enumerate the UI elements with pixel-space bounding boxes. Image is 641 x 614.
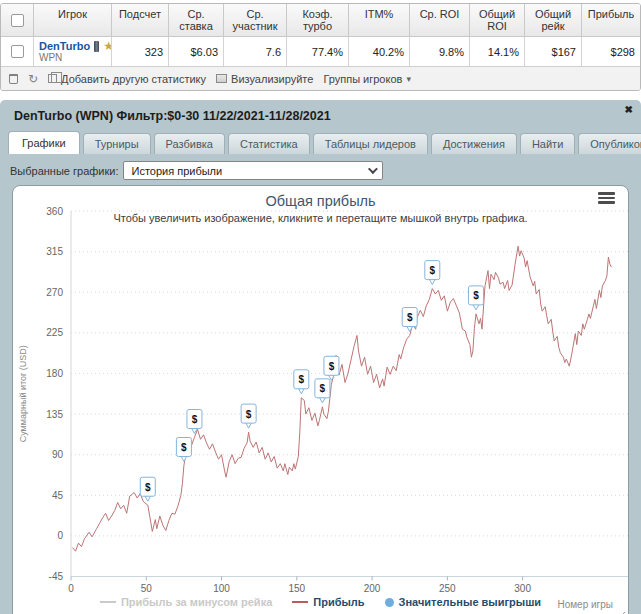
svg-text:315: 315 [46, 246, 63, 257]
col-player: Игрок [33, 4, 111, 37]
stats-table-header: Игрок Подсчет Ср. ставка Ср. участник Ко… [1, 4, 640, 37]
select-all-checkbox[interactable] [11, 14, 24, 27]
svg-text:360: 360 [46, 206, 63, 217]
x-axis-title: Номер игры [557, 599, 613, 610]
player-stats-table: Игрок Подсчет Ср. ставка Ср. участник Ко… [0, 3, 641, 91]
svg-text:45: 45 [52, 490, 64, 501]
graph-select-row: Выбранные графики: История прибыли [0, 154, 641, 184]
copy-icon [48, 74, 57, 83]
svg-text:250: 250 [439, 583, 456, 594]
value-avg-entrants: 7.6 [223, 37, 286, 66]
col-total-roi: Общий ROI [469, 4, 524, 37]
legend-item-profit[interactable]: Прибыль [292, 596, 364, 608]
value-total-rake: $167 [524, 37, 581, 66]
col-count: Подсчет [111, 4, 168, 37]
player-groups-label: Группы игроков [323, 73, 402, 85]
value-profit: $298 [581, 37, 640, 66]
table-row: DenTurbo ★ WPN 323 $6.03 7.6 77.4% 40.2%… [1, 37, 640, 66]
svg-text:50: 50 [141, 583, 153, 594]
resize-grip[interactable] [615, 610, 626, 614]
chevron-down-icon: ▾ [406, 74, 411, 84]
add-statistic-label: Добавить другую статистику [61, 73, 206, 85]
svg-text:$: $ [430, 265, 436, 276]
player-name-link[interactable]: DenTurbo [39, 40, 90, 52]
tab-breakdown[interactable]: Разбивка [154, 133, 225, 154]
graph-ribbon-icon[interactable] [94, 41, 99, 52]
tab-statistics[interactable]: Статистика [228, 133, 310, 154]
tab-publish[interactable]: Опубликовать [578, 133, 641, 154]
value-count: 323 [111, 37, 168, 66]
col-profit: Прибыль [581, 4, 640, 37]
chevron-down-icon [368, 164, 378, 174]
player-cell: DenTurbo ★ WPN [33, 37, 111, 66]
svg-text:135: 135 [46, 409, 63, 420]
profit-chart: Общая прибыль Чтобы увеличить изображени… [12, 185, 629, 614]
col-itm: ITM% [348, 4, 409, 37]
svg-text:Суммарный итог (USD): Суммарный итог (USD) [18, 345, 28, 442]
line-swatch-icon [100, 601, 116, 603]
svg-text:$: $ [246, 409, 252, 420]
legend-item-significant-wins[interactable]: Значительные выигрыши [385, 596, 542, 608]
svg-text:$: $ [407, 312, 413, 323]
window-title: DenTurbo (WPN) Фильтр:$0-30 11/22/2021-1… [0, 100, 641, 128]
delete-button[interactable] [9, 74, 18, 84]
tab-achievements[interactable]: Достижения [431, 133, 517, 154]
value-turbo: 77.4% [286, 37, 348, 66]
svg-text:-45: -45 [49, 571, 64, 582]
add-statistic-button[interactable]: Добавить другую статистику [48, 73, 206, 85]
svg-text:$: $ [181, 442, 187, 453]
chart-legend: Прибыль за минусом рейка Прибыль Значите… [13, 596, 628, 608]
col-avg-stake: Ср. ставка [168, 4, 223, 37]
refresh-button[interactable]: ↻ [28, 74, 38, 84]
refresh-icon: ↻ [28, 74, 38, 84]
svg-text:225: 225 [46, 327, 63, 338]
line-swatch-icon [292, 601, 308, 603]
svg-text:270: 270 [46, 287, 63, 298]
svg-text:$: $ [320, 383, 326, 394]
image-icon [216, 74, 227, 83]
close-icon[interactable]: ✖ [625, 104, 633, 115]
player-groups-dropdown[interactable]: Группы игроков ▾ [323, 73, 411, 85]
svg-text:0: 0 [68, 583, 74, 594]
table-toolbar: ↻ Добавить другую статистику Визуализиру… [1, 66, 640, 90]
graph-select-value: История прибыли [131, 165, 222, 177]
svg-text:$: $ [145, 482, 151, 493]
tab-find[interactable]: Найти [520, 133, 575, 154]
svg-text:$: $ [192, 414, 198, 425]
svg-text:180: 180 [46, 368, 63, 379]
col-avg-entrants: Ср. участник [223, 4, 286, 37]
value-avg-stake: $6.03 [168, 37, 223, 66]
col-turbo: Коэф. турбо [286, 4, 348, 37]
svg-text:0: 0 [57, 530, 63, 541]
value-avg-roi: 9.8% [409, 37, 469, 66]
tab-leaderboards[interactable]: Таблицы лидеров [313, 133, 428, 154]
svg-text:100: 100 [213, 583, 230, 594]
value-total-roi: 14.1% [469, 37, 524, 66]
dot-swatch-icon [385, 598, 394, 607]
svg-text:$: $ [299, 374, 305, 385]
value-itm: 40.2% [348, 37, 409, 66]
svg-text:300: 300 [514, 583, 531, 594]
col-total-rake: Общий рейк [524, 4, 581, 37]
chart-plot-area[interactable]: -450459013518022527031536005010015020025… [13, 186, 628, 614]
tab-graphs[interactable]: Графики [8, 131, 80, 154]
player-detail-window: ✖ DenTurbo (WPN) Фильтр:$0-30 11/22/2021… [0, 100, 641, 614]
player-network: WPN [39, 52, 62, 63]
tab-bar: Графики Турниры Разбивка Статистика Табл… [0, 128, 641, 154]
legend-item-profit-minus-rake[interactable]: Прибыль за минусом рейка [100, 596, 272, 608]
visualize-label: Визуализируйте [231, 73, 313, 85]
visualize-button[interactable]: Визуализируйте [216, 73, 313, 85]
col-avg-roi: Ср. ROI [409, 4, 469, 37]
graph-select-label: Выбранные графики: [10, 165, 118, 177]
svg-text:200: 200 [364, 583, 381, 594]
svg-text:150: 150 [288, 583, 305, 594]
svg-text:90: 90 [52, 449, 64, 460]
graph-select[interactable]: История прибыли [123, 161, 383, 180]
trash-icon [9, 74, 18, 84]
tab-tournaments[interactable]: Турниры [83, 133, 151, 154]
svg-text:$: $ [473, 290, 479, 301]
svg-text:$: $ [329, 361, 335, 372]
row-checkbox[interactable] [11, 45, 24, 58]
